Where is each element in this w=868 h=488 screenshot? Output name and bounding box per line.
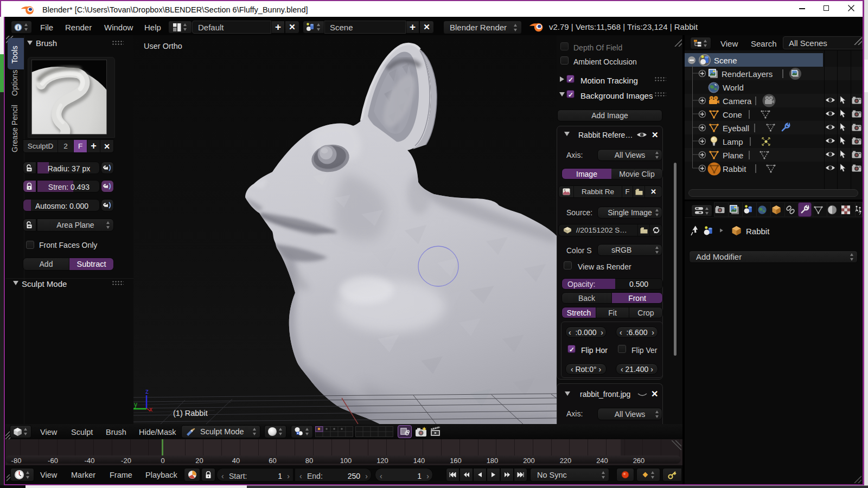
svg-text:i: i [17,24,19,30]
svg-text:x: x [149,406,152,413]
svg-text:z: z [145,388,149,395]
svg-text:y: y [134,401,137,408]
